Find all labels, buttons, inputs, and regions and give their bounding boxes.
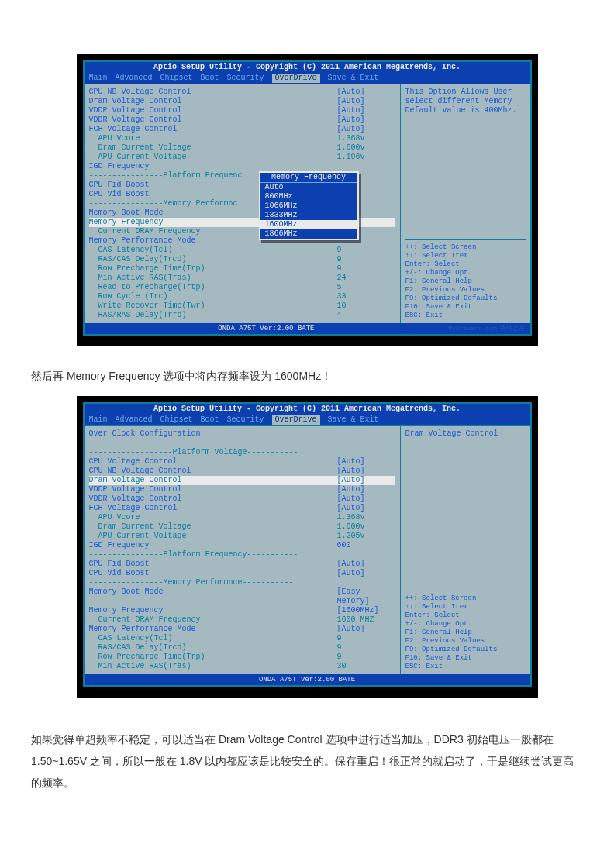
setting-row[interactable]: CPU NB Voltage Control[Auto] <box>89 88 395 97</box>
setting-row[interactable]: CPU NB Voltage Control[Auto] <box>89 467 395 476</box>
setting-value: [Auto] <box>337 467 395 476</box>
paragraph-2: 如果觉得单超频率不稳定，可以适当在 Dram Voltage Control 选… <box>31 728 583 794</box>
setting-value: [Auto] <box>337 88 395 97</box>
menu-item[interactable]: OverDrive <box>272 74 320 83</box>
setting-label: RAS/CAS Delay(Trcd) <box>89 643 337 653</box>
setting-label: FCH Voltage Control <box>89 504 337 513</box>
popup-option[interactable]: 1066MHz <box>260 202 357 211</box>
setting-row: Dram Current Voltage1.600v <box>89 522 395 532</box>
bios-menu: MainAdvancedChipsetBootSecurityOverDrive… <box>85 73 530 84</box>
setting-row[interactable]: VDDP Voltage Control[Auto] <box>89 106 395 115</box>
bios-left-pane: Over Clock Configuration ---------------… <box>85 426 401 674</box>
bios-help-pane: Dram Voltage Control ++: Select Screen↑↓… <box>401 426 530 674</box>
setting-label: Read to Precharge(Trtp) <box>89 283 337 292</box>
setting-row[interactable]: Memory Boot Mode[Easy Memory] <box>89 587 395 606</box>
legend-line: F10: Save & Exit <box>405 654 526 663</box>
menu-item[interactable]: OverDrive <box>272 415 320 425</box>
setting-row[interactable]: CPU Voltage Control[Auto] <box>89 457 395 467</box>
document-page: Aptio Setup Utility - Copyright (C) 2011… <box>0 0 614 845</box>
legend-line: F10: Save & Exit <box>405 303 526 312</box>
setting-label: ----------------Memory Performnce-------… <box>89 578 337 587</box>
setting-label: Dram Current Voltage <box>89 143 337 153</box>
setting-row[interactable]: VDDR Voltage Control[Auto] <box>89 494 395 504</box>
setting-row: CAS Latency(Tcl)9 <box>89 246 395 255</box>
bios-body: Over Clock Configuration ---------------… <box>85 425 530 674</box>
setting-row: Row Precharge Time(Trp)9 <box>89 264 395 274</box>
setting-value: 1.600v <box>337 143 395 153</box>
legend-line: F1: General Help <box>405 629 526 637</box>
bios-body: CPU NB Voltage Control[Auto]Dram Voltage… <box>85 84 530 323</box>
setting-row[interactable]: CPU Fid Boost[Auto] <box>89 560 395 569</box>
menu-item[interactable]: Boot <box>201 415 219 425</box>
menu-item[interactable]: Save & Exit <box>328 415 379 425</box>
setting-value: [Auto] <box>337 560 395 569</box>
setting-label: Dram Current Voltage <box>89 522 337 532</box>
menu-item[interactable]: Save & Exit <box>328 74 379 83</box>
menu-item[interactable]: Main <box>89 74 108 83</box>
popup-option[interactable]: 800MHz <box>260 192 357 202</box>
menu-item[interactable]: Chipset <box>160 74 193 83</box>
setting-label: CPU Vid Boost <box>89 569 337 578</box>
setting-label: Row Precharge Time(Trp) <box>89 264 337 274</box>
popup-option[interactable]: 1333MHz <box>260 211 357 220</box>
menu-item[interactable]: Boot <box>201 74 219 83</box>
setting-value <box>337 578 395 587</box>
setting-row[interactable]: Memory Frequency[1600MHz] <box>89 606 395 615</box>
setting-row[interactable]: FCH Voltage Control[Auto] <box>89 504 395 513</box>
setting-row[interactable]: Dram Voltage Control[Auto] <box>89 476 395 485</box>
setting-value <box>337 448 395 457</box>
setting-value: 9 <box>337 643 395 653</box>
bios-title: Aptio Setup Utility - Copyright (C) 2011… <box>85 404 530 415</box>
menu-item[interactable]: Security <box>227 74 264 83</box>
setting-row: APU Vcore1.368v <box>89 134 395 143</box>
legend-line: Enter: Select <box>405 611 526 620</box>
setting-label: FCH Voltage Control <box>89 125 337 134</box>
setting-label: Memory Boot Mode <box>89 587 337 606</box>
setting-row[interactable]: IGD Frequency <box>89 162 395 171</box>
setting-row[interactable]: IGD Frequency600 <box>89 541 395 550</box>
bios-window: Aptio Setup Utility - Copyright (C) 2011… <box>83 402 532 687</box>
setting-label: Min Active RAS(Tras) <box>89 662 337 671</box>
legend-line: ESC: Exit <box>405 312 526 320</box>
setting-row[interactable]: Memory Performance Mode[Auto] <box>89 625 395 634</box>
setting-row[interactable]: VDDR Voltage Control[Auto] <box>89 115 395 125</box>
menu-item[interactable]: Advanced <box>116 74 153 83</box>
setting-value: 10 <box>337 301 395 311</box>
setting-row[interactable]: FCH Voltage Control[Auto] <box>89 125 395 134</box>
setting-value: [Auto] <box>337 625 395 634</box>
setting-label: CPU Fid Boost <box>89 560 337 569</box>
setting-value: [Auto] <box>337 115 395 125</box>
popup-option[interactable]: 1600MHz <box>260 220 357 229</box>
setting-label: Current DRAM Frequency <box>89 615 337 625</box>
setting-label: Row Cycle (Trc) <box>89 292 337 301</box>
menu-item[interactable]: Advanced <box>116 415 153 425</box>
setting-value: 9 <box>337 634 395 643</box>
setting-row[interactable]: VDDP Voltage Control[Auto] <box>89 485 395 494</box>
setting-row: Write Recover Time(Twr)10 <box>89 301 395 311</box>
setting-label: Min Active RAS(Tras) <box>89 274 337 283</box>
popup-option[interactable]: Auto <box>260 183 357 192</box>
menu-item[interactable]: Security <box>227 415 264 425</box>
menu-item[interactable]: Chipset <box>160 415 193 425</box>
setting-value: 33 <box>337 292 395 301</box>
setting-row[interactable]: CPU Vid Boost[Auto] <box>89 569 395 578</box>
setting-label: IGD Frequency <box>89 541 337 550</box>
legend-line: ↑↓: Select Item <box>405 603 526 611</box>
menu-item[interactable]: Main <box>89 415 108 425</box>
bios-version: ONDA A75T Ver:2.00 BATE <box>218 325 314 332</box>
setting-label: ------------------Platform Voltage------… <box>89 448 337 457</box>
popup-option[interactable]: 1866MHz <box>260 229 357 239</box>
key-legend: ++: Select Screen↑↓: Select ItemEnter: S… <box>405 239 526 320</box>
setting-label: APU Current Voltage <box>89 153 337 162</box>
option-description: This Option Allows User select different… <box>405 88 526 181</box>
setting-row[interactable]: Dram Voltage Control[Auto] <box>89 97 395 106</box>
setting-row: APU Vcore1.368v <box>89 513 395 522</box>
setting-row: ------------------Platform Voltage------… <box>89 448 395 457</box>
setting-row: Row Precharge Time(Trp)9 <box>89 653 395 662</box>
setting-row: CAS Latency(Tcl)9 <box>89 634 395 643</box>
legend-line: F2: Previous Values <box>405 637 526 646</box>
setting-row: Read to Precharge(Trtp)5 <box>89 283 395 292</box>
setting-value: [Auto] <box>337 97 395 106</box>
setting-label: APU Current Voltage <box>89 532 337 541</box>
setting-value: 9 <box>337 255 395 264</box>
